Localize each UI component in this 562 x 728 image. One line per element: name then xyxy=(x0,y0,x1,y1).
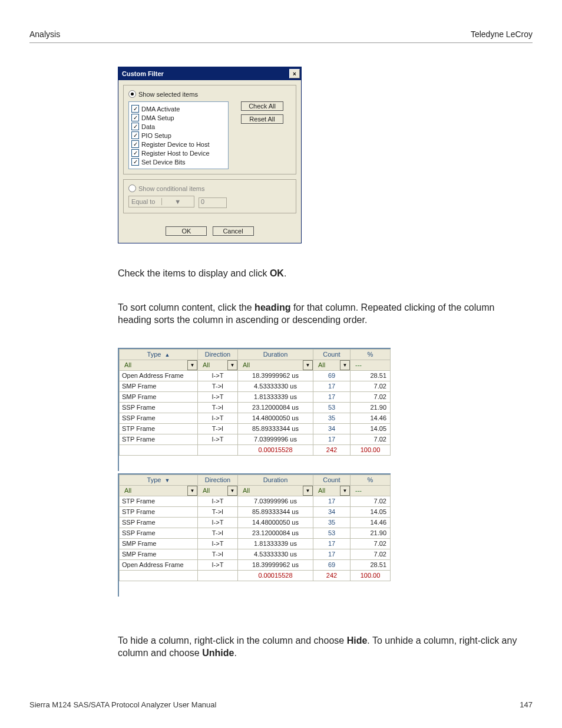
chevron-down-icon: ▼ xyxy=(227,486,237,496)
chk-data[interactable]: ✓Data xyxy=(131,122,226,131)
cell-count: 34 xyxy=(313,506,351,517)
cell-pct: 14.05 xyxy=(351,423,391,434)
chevron-down-icon: ▼ xyxy=(227,360,237,370)
cell-count: 35 xyxy=(313,413,351,423)
cell-duration: 18.39999962 us xyxy=(238,370,313,381)
filter-count[interactable]: All▼ xyxy=(313,360,350,370)
cell-type: SMP Frame xyxy=(120,549,198,559)
cell-type: SSP Frame xyxy=(120,402,198,413)
cell-pct: 7.02 xyxy=(351,434,391,444)
chk-reg-dev-to-host[interactable]: ✓Register Device to Host xyxy=(131,140,226,149)
cell-pct: 7.02 xyxy=(351,496,391,506)
table-row: SSP FrameT->I23.12000084 us5321.90 xyxy=(120,528,391,538)
condition-value-input: 0 xyxy=(199,197,227,208)
cell-direction: I->T xyxy=(198,538,238,549)
radio-show-conditional-label: Show conditional items xyxy=(138,185,205,192)
filter-duration[interactable]: All▼ xyxy=(238,486,313,496)
filter-count[interactable]: All▼ xyxy=(313,486,350,496)
grid-descending: Type▼ Direction Duration Count % All▼ Al… xyxy=(118,473,391,597)
cell-duration: 18.39999962 us xyxy=(238,559,313,570)
text-bold: OK xyxy=(270,268,284,278)
filter-type[interactable]: All▼ xyxy=(120,360,197,370)
col-type-header[interactable]: Type▼ xyxy=(120,475,198,485)
condition-operator-label: Equal to xyxy=(129,198,161,205)
table-row: SMP FrameT->I4.53333330 us177.02 xyxy=(120,381,391,391)
filter-direction[interactable]: All▼ xyxy=(198,360,237,370)
checkbox-icon: ✓ xyxy=(131,105,139,113)
cell-count: 17 xyxy=(313,549,351,559)
cell-pct: 21.90 xyxy=(351,402,391,413)
header-left: Analysis xyxy=(29,29,60,39)
grid-ascending: Type▲ Direction Duration Count % All▼ Al… xyxy=(118,348,391,471)
chk-label: Set Device Bits xyxy=(141,159,186,166)
col-type-header[interactable]: Type▲ xyxy=(120,349,198,360)
condition-operator-select: Equal to ▼ xyxy=(128,196,194,207)
close-icon[interactable]: × xyxy=(289,69,300,78)
filter-pct: --- xyxy=(351,361,390,368)
ok-button[interactable]: OK xyxy=(166,226,207,236)
checkbox-icon: ✓ xyxy=(131,149,139,157)
filter-pct: --- xyxy=(351,487,390,494)
table-row: STP FrameI->T7.03999996 us177.02 xyxy=(120,434,391,444)
chk-label: Data xyxy=(141,123,155,130)
text-bold: Unhide xyxy=(202,648,234,658)
table-row: SMP FrameT->I4.53333330 us177.02 xyxy=(120,549,391,559)
col-count-header[interactable]: Count xyxy=(313,475,351,485)
cell-count: 17 xyxy=(313,434,351,444)
chevron-down-icon: ▼ xyxy=(303,360,313,370)
chevron-down-icon: ▼ xyxy=(340,486,350,496)
cell-duration: 1.81333339 us xyxy=(238,538,313,549)
cell-count: 17 xyxy=(313,391,351,402)
text: To sort column content, click the xyxy=(118,302,254,312)
reset-all-button[interactable]: Reset All xyxy=(241,114,283,124)
table-row: STP FrameT->I85.89333344 us3414.05 xyxy=(120,423,391,434)
cell-pct: 7.02 xyxy=(351,391,391,402)
cell-pct: 14.46 xyxy=(351,517,391,528)
cell-pct: 7.02 xyxy=(351,538,391,549)
cell-direction: T->I xyxy=(198,423,238,434)
filter-duration[interactable]: All▼ xyxy=(238,360,313,370)
cell-direction: I->T xyxy=(198,559,238,570)
table-row: SSP FrameI->T14.48000050 us3514.46 xyxy=(120,517,391,528)
sort-desc-icon: ▼ xyxy=(161,477,170,483)
cell-type: SMP Frame xyxy=(120,391,198,402)
col-pct-header[interactable]: % xyxy=(351,475,391,485)
cell-type: SSP Frame xyxy=(120,413,198,423)
chk-reg-host-to-dev[interactable]: ✓Register Host to Device xyxy=(131,149,226,157)
text-bold: Hide xyxy=(347,635,368,645)
chk-label: Register Host to Device xyxy=(141,150,210,157)
col-direction-header[interactable]: Direction xyxy=(198,349,238,360)
cell-direction: I->T xyxy=(198,391,238,402)
items-checklist[interactable]: ✓DMA Activate ✓DMA Setup ✓Data ✓PIO Setu… xyxy=(128,101,229,169)
radio-off-icon xyxy=(128,185,136,192)
col-direction-header[interactable]: Direction xyxy=(198,475,238,485)
cell-duration: 4.53333330 us xyxy=(238,381,313,391)
cell-count: 69 xyxy=(313,559,351,570)
col-duration-header[interactable]: Duration xyxy=(238,475,313,485)
para-hide-unhide: To hide a column, right-click in the col… xyxy=(118,634,527,660)
col-duration-header[interactable]: Duration xyxy=(238,349,313,360)
cell-count: 35 xyxy=(313,517,351,528)
cell-type: SSP Frame xyxy=(120,528,198,538)
check-all-button[interactable]: Check All xyxy=(241,101,283,111)
chk-dma-activate[interactable]: ✓DMA Activate xyxy=(131,104,226,113)
total-duration: 0.00015528 xyxy=(238,570,313,581)
chk-set-device-bits[interactable]: ✓Set Device Bits xyxy=(131,157,226,166)
filter-type[interactable]: All▼ xyxy=(120,486,197,496)
table-row: SMP FrameI->T1.81333339 us177.02 xyxy=(120,538,391,549)
col-pct-header[interactable]: % xyxy=(351,349,391,360)
total-count: 242 xyxy=(313,444,351,455)
radio-show-conditional[interactable]: Show conditional items xyxy=(128,185,291,192)
cell-duration: 23.12000084 us xyxy=(238,402,313,413)
cell-pct: 7.02 xyxy=(351,381,391,391)
cell-count: 53 xyxy=(313,402,351,413)
chk-pio-setup[interactable]: ✓PIO Setup xyxy=(131,131,226,140)
footer-page-number: 147 xyxy=(520,700,533,709)
chk-dma-setup[interactable]: ✓DMA Setup xyxy=(131,113,226,122)
col-count-header[interactable]: Count xyxy=(313,349,351,360)
cell-direction: T->I xyxy=(198,506,238,517)
radio-show-selected[interactable]: Show selected items xyxy=(128,90,291,98)
chk-label: DMA Activate xyxy=(141,106,180,113)
cancel-button[interactable]: Cancel xyxy=(213,226,254,236)
filter-direction[interactable]: All▼ xyxy=(198,486,237,496)
